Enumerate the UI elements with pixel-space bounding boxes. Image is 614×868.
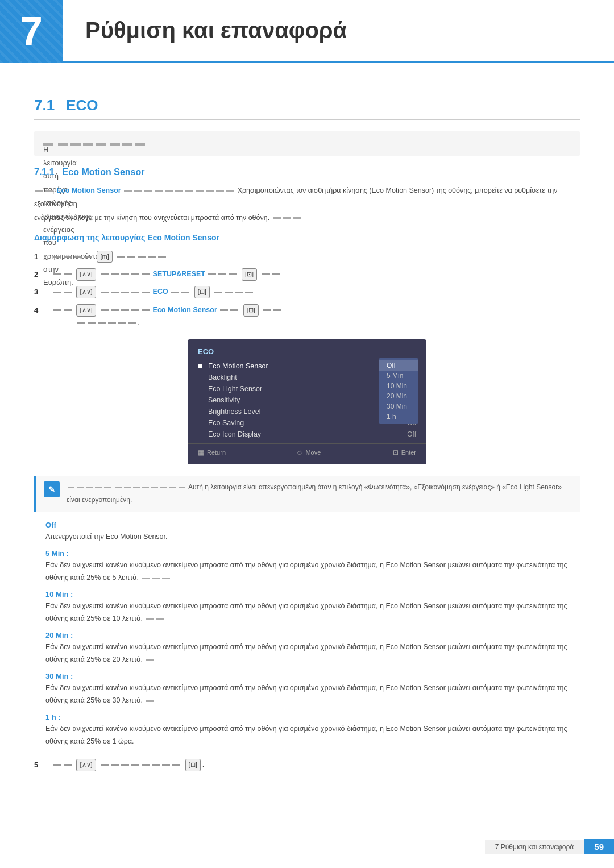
osd-box: ECO Eco Motion Sensor Off 5 Min 10 Min 2… xyxy=(188,339,426,464)
subsection-body: Eco Motion Sensor Χρησιμοποιώντας τον αι… xyxy=(34,184,580,225)
note-icon: ✎ xyxy=(44,481,60,497)
osd-label-eco-icon: Eco Icon Display xyxy=(208,430,407,438)
footer-enter-label: Enter xyxy=(401,449,416,456)
note-box: ✎ Αυτή η λειτουργία είναι απενεργοποιημέ… xyxy=(34,476,580,512)
sub-item-1h: 1 h xyxy=(379,412,418,422)
footer-page-number: 59 xyxy=(584,839,614,854)
osd-submenu: Off 5 Min 10 Min 20 Min 30 Min 1 h xyxy=(379,358,418,424)
footer-move-label: Move xyxy=(305,449,321,456)
step-2: 2 [∧∨] SETUP&RESET [⊡] xyxy=(34,268,580,281)
option-off-desc: Απενεργοποιεί την Eco Motion Sensor. xyxy=(45,530,580,543)
page-footer: 7 Ρύθμιση και επαναφορά 59 xyxy=(485,839,614,854)
footer-chapter-text: 7 Ρύθμιση και επαναφορά xyxy=(485,840,584,854)
sub-item-20min: 20 Min xyxy=(379,391,418,401)
footer-return-label: Return xyxy=(207,449,226,456)
chapter-title-area: Ρύθμιση και επαναφορά xyxy=(63,0,614,63)
option-30min-desc: Εάν δεν ανιχνευτεί κανένα κινούμενο αντι… xyxy=(45,682,580,707)
sub-item-off: Off xyxy=(379,360,418,371)
options-section: Off Απενεργοποιεί την Eco Motion Sensor.… xyxy=(45,521,580,748)
osd-menu: Eco Motion Sensor Off 5 Min 10 Min 20 Mi… xyxy=(188,360,426,440)
note-text: Αυτή η λειτουργία είναι απενεργοποιημένη… xyxy=(67,481,572,506)
osd-label-eco-saving: Eco Saving xyxy=(208,419,407,427)
step-1: 1 [m] xyxy=(34,250,580,263)
osd-val-eco-icon: Off xyxy=(407,430,416,438)
subsection-711-title: Eco Motion Sensor xyxy=(63,167,145,177)
step-5-list: 5 [∧∨] [⊡]. xyxy=(34,758,580,771)
sub-item-10min: 10 Min xyxy=(379,381,418,391)
page-header: 7 Ρύθμιση και επαναφορά xyxy=(0,0,614,63)
option-5min-label: 5 Min : xyxy=(45,549,580,558)
chapter-number-text: 7 xyxy=(20,8,43,55)
option-20min-desc: Εάν δεν ανιχνευτεί κανένα κινούμενο αντι… xyxy=(45,641,580,666)
osd-item-eco-motion: Eco Motion Sensor Off 5 Min 10 Min 20 Mi… xyxy=(188,360,426,372)
option-off-label: Off xyxy=(45,521,580,529)
chapter-number: 7 xyxy=(0,0,63,63)
sub-item-5min: 5 Min xyxy=(379,371,418,381)
option-20min-label: 20 Min : xyxy=(45,631,580,639)
footer-move: ◇ Move xyxy=(297,448,321,456)
section-71-heading: 7.1 ECO xyxy=(34,97,580,120)
option-30min-label: 30 Min : xyxy=(45,672,580,680)
sub-item-30min: 30 Min xyxy=(379,401,418,412)
dot-indicator xyxy=(198,364,202,368)
enter-icon: ⊡ xyxy=(393,448,399,456)
subsection-711-number: 7.1.1 xyxy=(34,167,55,177)
return-icon: ▦ xyxy=(198,448,204,456)
footer-return: ▦ Return xyxy=(198,448,226,456)
subsection-711-heading: 7.1.1 Eco Motion Sensor xyxy=(34,167,580,177)
chapter-title: Ρύθμιση και επαναφορά xyxy=(85,18,347,43)
osd-item-eco-icon: Eco Icon Display Off xyxy=(188,429,426,440)
section-71-number: 7.1 xyxy=(34,97,55,114)
osd-footer: ▦ Return ◇ Move ⊡ Enter xyxy=(188,443,426,459)
footer-enter: ⊡ Enter xyxy=(393,448,416,456)
option-5min-desc: Εάν δεν ανιχνευτεί κανένα κινούμενο αντι… xyxy=(45,559,580,584)
osd-screenshot: ECO Eco Motion Sensor Off 5 Min 10 Min 2… xyxy=(34,339,580,464)
steps-list: 1 [m] 2 [∧∨] SETUP&RESET [⊡] 3 xyxy=(34,250,580,329)
intro-paragraph: Η λειτουργία αυτή παρέχει επιλογές εξοικ… xyxy=(34,131,580,156)
main-content: 7.1 ECO Η λειτουργία αυτή παρέχει επιλογ… xyxy=(0,80,614,827)
section-71-title: ECO xyxy=(66,97,98,114)
move-icon: ◇ xyxy=(297,448,302,456)
option-10min-label: 10 Min : xyxy=(45,590,580,599)
step-4: 4 [∧∨] Eco Motion Sensor [⊡] . xyxy=(34,304,580,329)
option-10min-desc: Εάν δεν ανιχνευτεί κανένα κινούμενο αντι… xyxy=(45,600,580,625)
configure-heading: Διαμόρφωση της λειτουργίας Eco Motion Se… xyxy=(34,233,580,242)
option-1h-desc: Εάν δεν ανιχνευτεί κανένα κινούμενο αντι… xyxy=(45,722,580,748)
step-5: 5 [∧∨] [⊡]. xyxy=(34,758,580,771)
option-1h-label: 1 h : xyxy=(45,713,580,721)
step-3: 3 [∧∨] ECO [⊡] xyxy=(34,285,580,298)
